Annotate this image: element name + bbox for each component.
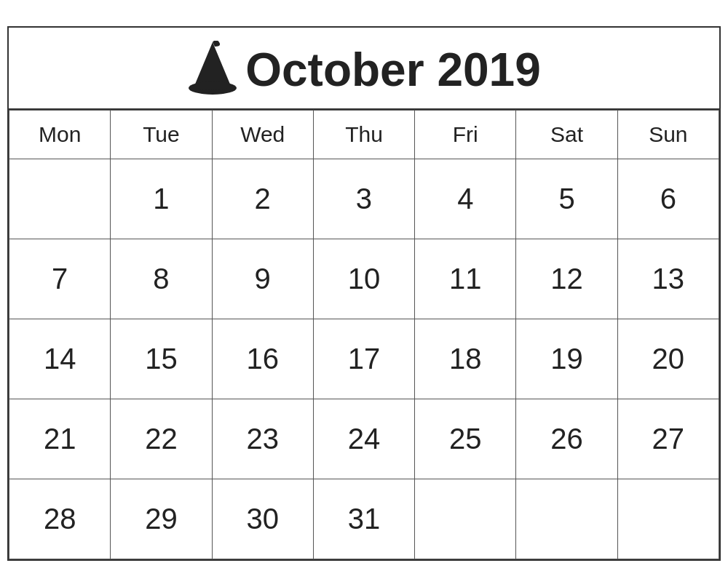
svg-marker-1 xyxy=(194,42,231,86)
calendar-day-cell[interactable]: 28 xyxy=(9,479,111,559)
calendar-day-cell[interactable]: 27 xyxy=(617,399,719,479)
calendar-day-cell[interactable]: 29 xyxy=(111,479,212,559)
calendar-grid: Mon Tue Wed Thu Fri Sat Sun 123456789101… xyxy=(9,110,719,559)
calendar-week-row: 28293031 xyxy=(9,479,719,559)
calendar-day-cell[interactable]: 19 xyxy=(516,319,617,399)
calendar-day-cell[interactable]: 2 xyxy=(212,159,313,239)
calendar-day-cell[interactable] xyxy=(415,479,516,559)
calendar-container: October 2019 Mon Tue Wed Thu Fri Sat Sun… xyxy=(7,26,721,561)
calendar-day-cell[interactable]: 15 xyxy=(111,319,212,399)
calendar-day-cell[interactable]: 5 xyxy=(516,159,617,239)
calendar-day-cell[interactable]: 25 xyxy=(415,399,516,479)
calendar-day-cell[interactable]: 10 xyxy=(313,239,414,319)
weekday-wed: Wed xyxy=(212,111,313,159)
calendar-title: October 2019 xyxy=(245,47,541,93)
calendar-week-row: 78910111213 xyxy=(9,239,719,319)
weekday-tue: Tue xyxy=(111,111,212,159)
calendar-day-cell[interactable]: 9 xyxy=(212,239,313,319)
calendar-week-row: 21222324252627 xyxy=(9,399,719,479)
calendar-day-cell[interactable]: 11 xyxy=(415,239,516,319)
svg-point-2 xyxy=(194,81,232,90)
calendar-day-cell[interactable] xyxy=(516,479,617,559)
calendar-day-cell[interactable]: 20 xyxy=(617,319,719,399)
calendar-day-cell[interactable]: 12 xyxy=(516,239,617,319)
calendar-day-cell[interactable]: 16 xyxy=(212,319,313,399)
calendar-header: October 2019 xyxy=(9,28,719,110)
calendar-day-cell[interactable]: 31 xyxy=(313,479,414,559)
calendar-day-cell[interactable]: 18 xyxy=(415,319,516,399)
weekday-fri: Fri xyxy=(415,111,516,159)
calendar-day-cell[interactable]: 8 xyxy=(111,239,212,319)
calendar-day-cell[interactable]: 21 xyxy=(9,399,111,479)
calendar-week-row: 123456 xyxy=(9,159,719,239)
calendar-day-cell[interactable]: 23 xyxy=(212,399,313,479)
weekday-thu: Thu xyxy=(313,111,414,159)
calendar-day-cell[interactable]: 6 xyxy=(617,159,719,239)
calendar-day-cell[interactable]: 1 xyxy=(111,159,212,239)
calendar-day-cell[interactable]: 22 xyxy=(111,399,212,479)
calendar-day-cell[interactable] xyxy=(617,479,719,559)
calendar-day-cell[interactable]: 14 xyxy=(9,319,111,399)
calendar-day-cell[interactable]: 30 xyxy=(212,479,313,559)
weekday-sat: Sat xyxy=(516,111,617,159)
calendar-day-cell[interactable] xyxy=(9,159,111,239)
calendar-day-cell[interactable]: 17 xyxy=(313,319,414,399)
calendar-day-cell[interactable]: 3 xyxy=(313,159,414,239)
witch-hat-icon xyxy=(187,41,238,98)
weekday-sun: Sun xyxy=(617,111,719,159)
calendar-day-cell[interactable]: 24 xyxy=(313,399,414,479)
calendar-day-cell[interactable]: 7 xyxy=(9,239,111,319)
calendar-day-cell[interactable]: 26 xyxy=(516,399,617,479)
weekday-mon: Mon xyxy=(9,111,111,159)
calendar-week-row: 14151617181920 xyxy=(9,319,719,399)
calendar-day-cell[interactable]: 4 xyxy=(415,159,516,239)
weekday-header-row: Mon Tue Wed Thu Fri Sat Sun xyxy=(9,111,719,159)
calendar-day-cell[interactable]: 13 xyxy=(617,239,719,319)
